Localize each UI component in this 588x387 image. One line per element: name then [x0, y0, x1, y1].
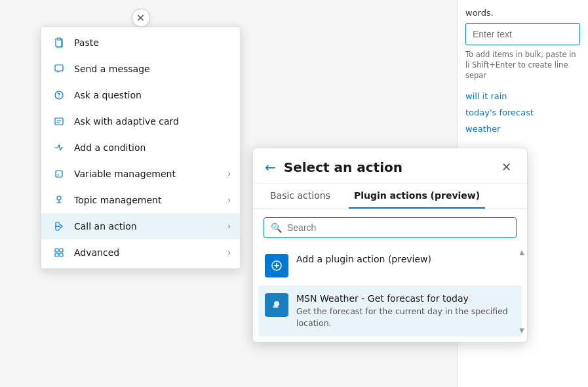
- action-icon: [52, 219, 66, 234]
- svg-rect-9: [55, 253, 58, 256]
- ask-question-label: Ask a question: [74, 90, 142, 100]
- weather-icon: [265, 293, 288, 317]
- basic-actions-label: Basic actions: [270, 190, 330, 201]
- action-tabs: Basic actions Plugin actions (preview): [253, 184, 527, 209]
- chevron-right-icon: ›: [227, 195, 231, 205]
- scroll-up-arrow[interactable]: ▲: [519, 249, 524, 256]
- action-list: Add a plugin action (preview) MSN Weathe…: [253, 246, 527, 336]
- tag-weather: weather: [465, 124, 580, 134]
- svg-point-3: [58, 96, 59, 97]
- menu-item-ask-adaptive[interactable]: Ask with adaptive card: [41, 108, 240, 134]
- topic-icon: [52, 193, 66, 207]
- msn-weather-title: MSN Weather - Get forecast for today: [296, 293, 515, 304]
- menu-item-call-action[interactable]: Call an action ›: [41, 213, 240, 239]
- tab-plugin-actions[interactable]: Plugin actions (preview): [349, 184, 485, 209]
- scroll-down-arrow[interactable]: ▼: [519, 327, 524, 334]
- action-list-inner: Add a plugin action (preview) MSN Weathe…: [253, 246, 527, 336]
- ask-adaptive-label: Ask with adaptive card: [74, 116, 179, 127]
- variable-icon: x: [52, 167, 66, 181]
- add-plugin-text: Add a plugin action (preview): [296, 254, 515, 266]
- svg-text:x: x: [57, 172, 60, 177]
- condition-icon: [52, 140, 66, 155]
- menu-item-advanced[interactable]: Advanced ›: [41, 239, 240, 266]
- send-message-label: Send a message: [74, 64, 150, 74]
- paste-label: Paste: [74, 37, 99, 48]
- question-icon: [52, 88, 66, 102]
- hint-text: To add items in bulk, paste in li Shift+…: [465, 49, 580, 81]
- action-panel-header: ← Select an action ✕: [253, 148, 527, 184]
- msn-weather-desc: Get the forecast for the current day in …: [296, 306, 515, 329]
- action-search-container: 🔍: [264, 217, 517, 238]
- action-item-msn-weather[interactable]: MSN Weather - Get forecast for today Get…: [258, 285, 522, 336]
- advanced-label: Advanced: [74, 247, 119, 258]
- chevron-right-icon: ›: [227, 222, 231, 231]
- back-button[interactable]: ←: [265, 159, 276, 175]
- adaptive-icon: [52, 114, 66, 129]
- search-input[interactable]: [287, 222, 509, 233]
- svg-rect-10: [60, 253, 63, 256]
- menu-item-topic-mgmt[interactable]: Topic management ›: [41, 187, 240, 213]
- msn-weather-text: MSN Weather - Get forecast for today Get…: [296, 293, 515, 329]
- plugin-actions-label: Plugin actions (preview): [354, 190, 480, 201]
- tag-todays-forecast: today's forecast: [465, 108, 580, 117]
- add-plugin-title: Add a plugin action (preview): [296, 254, 515, 264]
- menu-item-ask-question[interactable]: Ask a question: [41, 82, 240, 108]
- action-panel-title: Select an action: [284, 159, 498, 175]
- action-panel: ← Select an action ✕ Basic actions Plugi…: [252, 148, 528, 342]
- chevron-right-icon: ›: [227, 248, 231, 257]
- topic-mgmt-label: Topic management: [74, 195, 161, 205]
- tag-will-it-rain: will it rain: [465, 91, 580, 101]
- svg-rect-4: [55, 118, 63, 125]
- menu-item-add-condition[interactable]: Add a condition: [41, 134, 240, 161]
- plugin-icon: [265, 254, 288, 277]
- call-action-label: Call an action: [74, 221, 137, 232]
- close-icon: ✕: [136, 12, 145, 24]
- tab-basic-actions[interactable]: Basic actions: [265, 184, 336, 209]
- context-menu: ✕ Paste Send a message Ask a: [41, 26, 241, 269]
- close-button[interactable]: ✕: [132, 9, 150, 27]
- chevron-right-icon: ›: [227, 169, 231, 178]
- menu-item-variable-mgmt[interactable]: x Variable management ›: [41, 161, 240, 187]
- panel-close-button[interactable]: ✕: [498, 159, 515, 175]
- paste-icon: [52, 35, 66, 50]
- svg-point-6: [57, 196, 61, 200]
- scrollbar[interactable]: ▲ ▼: [519, 246, 524, 336]
- action-item-add-plugin[interactable]: Add a plugin action (preview): [258, 246, 522, 285]
- advanced-icon: [52, 245, 66, 260]
- svg-rect-8: [60, 249, 63, 252]
- menu-item-send-message[interactable]: Send a message: [41, 56, 240, 82]
- words-label: words.: [465, 8, 580, 18]
- menu-item-paste[interactable]: Paste: [41, 30, 240, 56]
- search-icon: 🔍: [271, 222, 282, 233]
- add-condition-label: Add a condition: [74, 142, 146, 153]
- enter-text-input[interactable]: [465, 23, 580, 45]
- variable-mgmt-label: Variable management: [74, 169, 176, 179]
- svg-rect-7: [55, 249, 58, 252]
- message-icon: [52, 62, 66, 76]
